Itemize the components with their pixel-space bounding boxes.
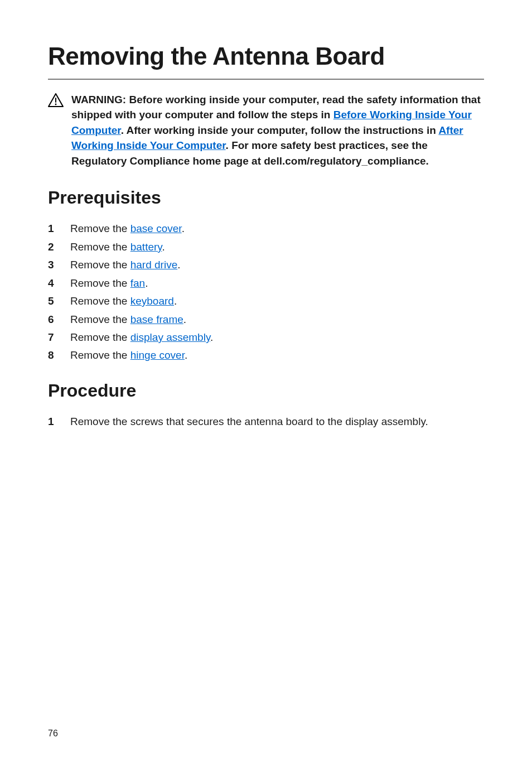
warning-text: WARNING: Before working inside your comp… — [71, 92, 484, 169]
list-item: Remove the battery. — [48, 239, 484, 255]
step-text: . — [177, 259, 180, 271]
link-keyboard[interactable]: keyboard — [130, 295, 174, 307]
link-base-cover[interactable]: base cover — [130, 223, 182, 234]
step-text: Remove the — [70, 331, 130, 343]
step-text: . — [210, 331, 213, 343]
warning-block: WARNING: Before working inside your comp… — [48, 92, 484, 169]
step-text: Remove the — [70, 314, 130, 325]
step-text: Remove the — [70, 277, 130, 289]
step-text: Remove the — [70, 295, 130, 307]
warning-mid1: . After working inside your computer, fo… — [121, 124, 439, 136]
link-battery[interactable]: battery — [130, 241, 162, 253]
link-hinge-cover[interactable]: hinge cover — [130, 349, 185, 361]
list-item: Remove the fan. — [48, 275, 484, 291]
step-text: . — [174, 295, 177, 307]
step-text: . — [182, 223, 185, 234]
step-text: . — [145, 277, 148, 289]
list-item: Remove the base frame. — [48, 311, 484, 327]
step-text: Remove the screws that secures the anten… — [70, 413, 484, 430]
link-base-frame[interactable]: base frame — [130, 314, 183, 325]
list-item: Remove the keyboard. — [48, 293, 484, 309]
prerequisites-list: Remove the base cover. Remove the batter… — [48, 220, 484, 364]
step-text: Remove the — [70, 259, 130, 271]
step-text: Remove the — [70, 241, 130, 253]
warning-icon — [48, 93, 64, 169]
list-item: Remove the display assembly. — [48, 329, 484, 345]
prerequisites-heading: Prerequisites — [48, 187, 484, 208]
page-title: Removing the Antenna Board — [48, 42, 484, 80]
list-item: Remove the hinge cover. — [48, 347, 484, 363]
step-text: Remove the — [70, 223, 130, 234]
list-item: Remove the base cover. — [48, 220, 484, 237]
step-text: . — [185, 349, 187, 361]
step-text: . — [183, 314, 186, 325]
list-item: Remove the hard drive. — [48, 257, 484, 273]
list-item: Remove the screws that secures the anten… — [48, 413, 484, 430]
svg-point-1 — [55, 103, 57, 105]
link-fan[interactable]: fan — [130, 277, 145, 289]
procedure-heading: Procedure — [48, 380, 484, 401]
page-number: 76 — [48, 729, 58, 739]
step-text: . — [162, 241, 165, 253]
step-text: Remove the — [70, 349, 130, 361]
link-display-assembly[interactable]: display assembly — [130, 331, 210, 343]
procedure-list: Remove the screws that secures the anten… — [48, 413, 484, 430]
link-hard-drive[interactable]: hard drive — [130, 259, 178, 271]
